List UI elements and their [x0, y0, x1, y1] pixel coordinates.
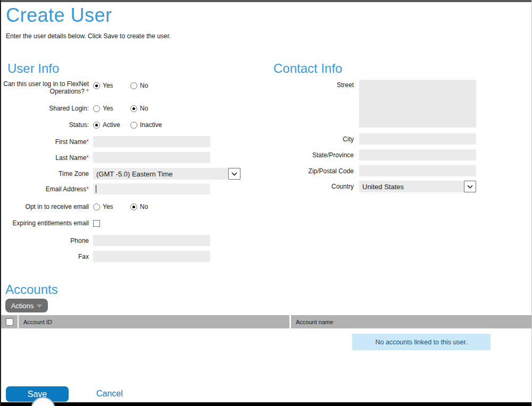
country-label: Country [271, 183, 354, 190]
account-name-column-header: Account name [291, 315, 531, 328]
time-zone-row: Time Zone (GMT -5.0) Eastern Time [1, 168, 240, 180]
opt-in-yes-radio[interactable] [93, 204, 100, 210]
fax-input[interactable] [93, 251, 210, 262]
time-zone-value: (GMT -5.0) Eastern Time [93, 170, 228, 178]
opt-in-no-label: No [140, 203, 148, 210]
login-option-no: No [130, 82, 168, 89]
status-option-inactive: Inactive [130, 121, 168, 129]
actions-button-label: Actions [11, 302, 34, 310]
chevron-down-icon[interactable] [228, 168, 240, 180]
page-title: Create User [6, 4, 112, 27]
shared-login-yes-label: Yes [103, 105, 113, 112]
shared-login-row: Shared Login: Yes No [1, 105, 168, 112]
zip-input[interactable] [359, 165, 476, 176]
status-row: Status: Active Inactive [1, 121, 168, 129]
opt-in-label: Opt in to receive email [1, 203, 89, 210]
fax-row: Fax [1, 251, 210, 262]
state-label: State/Province [271, 151, 354, 159]
phone-label: Phone [1, 237, 89, 244]
status-option-active: Active [93, 121, 130, 129]
zip-row: Zip/Postal Code [271, 165, 476, 176]
create-user-page: Create User Enter the user details below… [0, 0, 532, 406]
state-row: State/Province [271, 149, 476, 160]
accounts-heading: Accounts [5, 282, 58, 297]
login-yes-radio[interactable] [93, 82, 100, 89]
last-name-label: Last Name* [1, 154, 89, 162]
expiring-email-row: Expiring entitlements email [1, 219, 100, 227]
status-active-radio[interactable] [93, 122, 100, 129]
shared-login-label: Shared Login: [1, 105, 89, 112]
country-select[interactable]: United States [359, 181, 476, 192]
page-subtitle: Enter the user details below. Click Save… [6, 32, 171, 40]
opt-in-yes-label: Yes [103, 203, 113, 210]
bottom-border-bar [1, 402, 531, 406]
login-no-radio[interactable] [130, 82, 137, 89]
cancel-link[interactable]: Cancel [96, 389, 123, 399]
first-name-label: First Name* [1, 138, 89, 146]
time-zone-select[interactable]: (GMT -5.0) Eastern Time [93, 168, 240, 180]
select-all-checkbox[interactable] [6, 318, 13, 326]
last-name-input[interactable] [93, 152, 210, 163]
login-option-yes: Yes [93, 82, 130, 89]
dropdown-caret-icon [37, 304, 42, 308]
required-marker: * [86, 88, 89, 95]
opt-in-no-radio[interactable] [130, 204, 137, 210]
status-active-label: Active [103, 121, 120, 129]
opt-in-row: Opt in to receive email Yes No [1, 203, 168, 210]
actions-button[interactable]: Actions [5, 299, 48, 312]
account-id-column-header: Account ID [19, 315, 289, 328]
expiring-email-checkbox[interactable] [93, 220, 100, 227]
email-row: Email Address* [1, 183, 210, 194]
login-question-label: Can this user log in to FlexNet Operatio… [1, 80, 89, 95]
fax-label: Fax [1, 253, 89, 260]
contact-info-heading: Contact Info [273, 61, 342, 76]
accounts-table-header: Account ID Account name [1, 315, 531, 328]
select-all-cell [1, 315, 18, 328]
chevron-down-icon[interactable] [464, 181, 476, 192]
phone-input[interactable] [93, 235, 210, 246]
status-inactive-label: Inactive [140, 121, 162, 129]
country-row: Country United States [271, 181, 476, 192]
login-question-row: Can this user log in to FlexNet Operatio… [1, 80, 168, 95]
login-yes-label: Yes [103, 82, 113, 89]
login-no-label: No [140, 82, 148, 89]
email-input[interactable] [93, 183, 210, 194]
state-input[interactable] [359, 149, 476, 160]
zip-label: Zip/Postal Code [271, 167, 354, 175]
shared-login-no-label: No [140, 105, 148, 112]
shared-login-option-yes: Yes [93, 105, 130, 112]
country-value: United States [359, 183, 464, 191]
first-name-input[interactable] [93, 136, 210, 147]
no-accounts-message: No accounts linked to this user. [352, 334, 491, 350]
email-label: Email Address* [1, 185, 89, 193]
status-inactive-radio[interactable] [130, 122, 137, 129]
status-label: Status: [1, 121, 89, 129]
city-input[interactable] [359, 133, 476, 145]
required-marker: * [86, 154, 89, 162]
city-label: City [271, 136, 354, 143]
required-marker: * [86, 138, 89, 146]
shared-login-option-no: No [130, 105, 168, 112]
street-label: Street [271, 80, 354, 89]
shared-login-no-radio[interactable] [130, 105, 137, 112]
top-border-bar [1, 0, 531, 2]
opt-in-option-yes: Yes [93, 203, 130, 210]
phone-row: Phone [1, 235, 210, 246]
shared-login-yes-radio[interactable] [93, 105, 100, 112]
city-row: City [271, 133, 476, 145]
opt-in-option-no: No [130, 203, 168, 210]
required-marker: * [86, 185, 89, 193]
text-cursor [96, 185, 96, 193]
street-row: Street [271, 80, 476, 128]
first-name-row: First Name* [1, 136, 210, 147]
last-name-row: Last Name* [1, 152, 210, 163]
street-input[interactable] [359, 80, 476, 128]
time-zone-label: Time Zone [1, 170, 89, 177]
user-info-heading: User Info [7, 61, 59, 76]
expiring-email-label: Expiring entitlements email [1, 219, 89, 227]
